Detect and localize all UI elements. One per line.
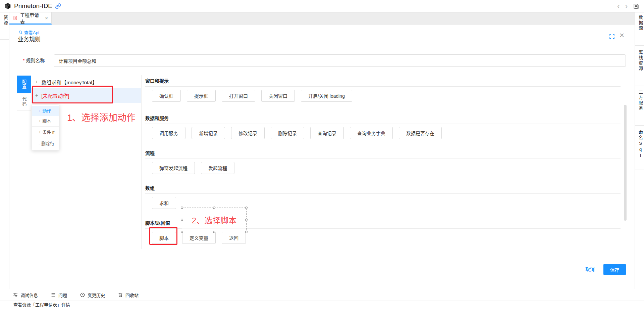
section-window-and-tips: 窗口和提示 确认框 提示框 打开窗口 关闭窗口 开启/关闭 loading — [145, 77, 621, 102]
tab-code[interactable]: 代码 — [17, 93, 31, 111]
section-title: 数据和服务 — [145, 115, 621, 121]
menu-item-add-script[interactable]: + 脚本 — [32, 116, 59, 126]
section-title: 窗口和提示 — [145, 77, 621, 84]
action-button-toggle-loading[interactable]: 开启/关闭 loading — [301, 90, 352, 102]
action-button-define-variable[interactable]: 定义变量 — [182, 232, 216, 244]
menu-item-add-condition-if[interactable]: + 条件 if — [32, 126, 59, 138]
action-button-return[interactable]: 返回 — [222, 232, 246, 244]
selection-handle — [181, 207, 183, 209]
toolbar-item-label: 回收站 — [125, 292, 139, 298]
list-icon — [51, 292, 56, 298]
sidebar-item-datasource[interactable]: 数据源 — [637, 15, 644, 31]
tab-code-label: 代码 — [21, 97, 28, 107]
toolbar-item-change-history[interactable]: 变更历史 — [80, 292, 105, 298]
divider — [635, 45, 644, 46]
tab-config-label: 配置 — [21, 79, 27, 89]
selection-handle — [245, 207, 248, 209]
selection-handle — [181, 231, 183, 233]
link-icon[interactable] — [55, 3, 61, 9]
bottom-toolbar: 调试信息 问题 变更历史 回收站 — [0, 289, 644, 301]
document-icon — [13, 15, 18, 20]
annotation-step-2: 2、选择脚本 — [192, 214, 236, 226]
required-mark: * — [23, 58, 24, 63]
divider — [635, 86, 644, 86]
action-button-modify-record[interactable]: 修改记录 — [231, 127, 265, 139]
tab-project-application-form[interactable]: 工程申请表 × — [9, 12, 52, 25]
fullscreen-icon[interactable] — [609, 34, 615, 39]
section-data-and-services: 数据和服务 调用服务 新增记录 修改记录 删除记录 查询记录 查询业务字典 数据… — [145, 115, 621, 139]
business-rule-dialog: 查看Api 业务规则 × *规则名称 配置 代码 + 数组求和【moneyTot… — [9, 25, 635, 289]
divider — [145, 124, 621, 124]
clock-icon — [80, 292, 85, 298]
action-button-confirm-box[interactable]: 确认框 — [152, 90, 181, 102]
status-bar: 查看资源「工程申请表」详情 — [0, 301, 644, 309]
debug-icon — [13, 292, 18, 298]
menu-item-add-action[interactable]: + 动作 — [32, 106, 59, 116]
action-button-data-exists[interactable]: 数据是否存在 — [399, 127, 442, 139]
action-button-script[interactable]: 脚本 — [152, 232, 176, 244]
rule-name-input[interactable] — [54, 54, 626, 67]
toolbar-item-label: 问题 — [58, 292, 67, 298]
tab-config[interactable]: 配置 — [17, 76, 31, 93]
dialog-close-icon[interactable]: × — [620, 31, 624, 39]
tree-item-label: [未配置动作] — [41, 92, 69, 99]
expand-icon[interactable]: + — [35, 79, 38, 85]
forward-icon[interactable]: › — [625, 3, 628, 10]
selection-handle — [213, 231, 215, 233]
tree-item-label: 数组求和【moneyTotal】 — [41, 79, 97, 86]
panel-vertical-divider — [141, 75, 142, 249]
tree-item-array-sum[interactable]: + 数组求和【moneyTotal】 — [31, 76, 141, 88]
back-icon[interactable]: ‹ — [617, 3, 620, 10]
toolbar-item-label: 变更历史 — [88, 292, 105, 298]
toolbar-item-problems[interactable]: 问题 — [51, 292, 67, 298]
sidebar-item-third-party-services[interactable]: 三方服务 — [637, 90, 644, 111]
sidebar-item-resources[interactable]: 资源 — [2, 15, 9, 26]
divider — [635, 170, 644, 170]
tab-bar: 工程申请表 × — [9, 12, 635, 25]
action-button-open-window[interactable]: 打开窗口 — [222, 90, 255, 102]
action-button-call-service[interactable]: 调用服务 — [152, 127, 185, 139]
selection-handle — [245, 219, 248, 221]
section-title: 流程 — [145, 149, 621, 156]
toolbar-item-recycle-bin[interactable]: 回收站 — [118, 292, 139, 298]
section-title: 数组 — [145, 184, 621, 191]
toolbar-item-debug-info[interactable]: 调试信息 — [13, 292, 38, 298]
title-bar: Primeton-IDE ‹ › — [0, 0, 644, 12]
action-button-sum[interactable]: 求和 — [152, 197, 176, 209]
trash-icon — [118, 292, 123, 298]
divider — [0, 39, 9, 40]
action-button-close-window[interactable]: 关闭窗口 — [261, 90, 295, 102]
selection-handle — [181, 219, 183, 221]
action-button-query-business-dict[interactable]: 查询业务字典 — [350, 127, 393, 139]
rule-name-label: *规则名称 — [23, 54, 45, 67]
status-text: 查看资源「工程申请表」详情 — [13, 302, 70, 307]
action-button-delete-record[interactable]: 删除记录 — [271, 127, 304, 139]
action-button-start-flow[interactable]: 发起流程 — [201, 162, 234, 174]
menu-item-delete-row[interactable]: - 删除行 — [32, 138, 59, 149]
expand-icon[interactable]: + — [35, 93, 38, 98]
search-icon — [18, 30, 23, 35]
left-sidebar: 资源 — [0, 12, 9, 289]
action-button-query-record[interactable]: 查询记录 — [310, 127, 344, 139]
action-button-add-record[interactable]: 新增记录 — [192, 127, 225, 139]
sidebar-item-named-sql[interactable]: 命名Sql — [637, 130, 644, 159]
right-sidebar: 数据源 离线资源 三方服务 命名Sql — [635, 12, 644, 289]
cancel-button[interactable]: 取消 — [585, 264, 595, 275]
tab-close-icon[interactable]: × — [45, 15, 48, 21]
app-title: Primeton-IDE — [14, 2, 52, 10]
add-action-dropdown: + 动作 + 脚本 + 条件 if - 删除行 — [32, 105, 59, 150]
sidebar-item-offline-resources[interactable]: 离线资源 — [637, 50, 644, 72]
action-button-popup-start-flow[interactable]: 弹窗发起流程 — [152, 162, 195, 174]
app-logo-icon — [4, 2, 11, 10]
divider — [145, 159, 621, 159]
divider — [145, 86, 621, 87]
save-button[interactable]: 保存 — [603, 264, 626, 275]
dialog-scrollbar[interactable] — [624, 105, 627, 221]
tab-label: 工程申请表 — [20, 11, 43, 25]
selection-handle — [245, 231, 248, 233]
action-button-alert-box[interactable]: 提示框 — [187, 90, 216, 102]
divider — [635, 125, 644, 126]
divider — [145, 193, 621, 194]
tree-item-unconfigured-action[interactable]: + [未配置动作] — [31, 88, 141, 103]
save-icon[interactable] — [633, 3, 639, 9]
